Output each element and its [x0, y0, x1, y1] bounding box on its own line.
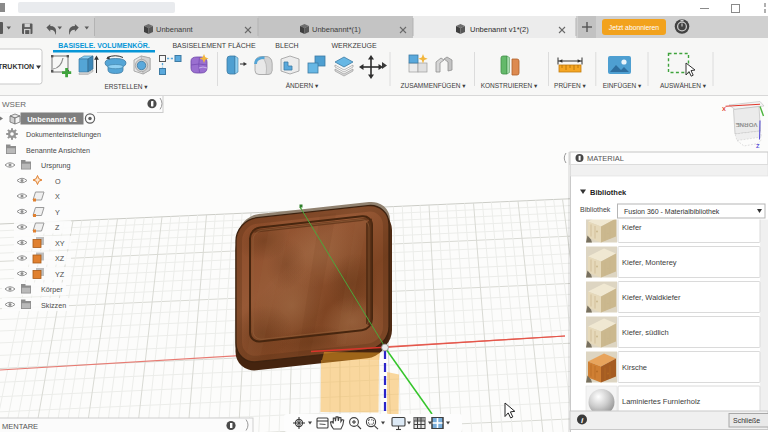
- svg-text:BASISELEMENT FLÄCHE: BASISELEMENT FLÄCHE: [172, 42, 255, 49]
- svg-text:ÄNDERN ▾: ÄNDERN ▾: [286, 82, 319, 89]
- svg-text:MENTARE: MENTARE: [2, 422, 38, 431]
- svg-text:EINFÜGEN ▾: EINFÜGEN ▾: [603, 82, 642, 89]
- svg-text:Unbenannt v1*(2): Unbenannt v1*(2): [470, 25, 529, 34]
- svg-text:PRÜFEN ▾: PRÜFEN ▾: [554, 82, 587, 89]
- svg-text:Unbenannt*(1): Unbenannt*(1): [312, 25, 361, 34]
- svg-text:WERKZEUGE: WERKZEUGE: [331, 42, 376, 49]
- svg-text:Unbenannt: Unbenannt: [156, 25, 194, 34]
- svg-text:BASISELE. VOLUMENKÖR.: BASISELE. VOLUMENKÖR.: [58, 41, 149, 49]
- svg-text:ZUSAMMENFÜGEN ▾: ZUSAMMENFÜGEN ▾: [400, 82, 466, 89]
- svg-text:BLECH: BLECH: [275, 42, 298, 49]
- svg-text:Jetzt abonnieren: Jetzt abonnieren: [609, 24, 659, 31]
- svg-text:KONSTRUIEREN ▾: KONSTRUIEREN ▾: [481, 82, 538, 89]
- svg-text:TRUKTION: TRUKTION: [0, 63, 34, 70]
- svg-text:ERSTELLEN ▾: ERSTELLEN ▾: [105, 83, 149, 90]
- svg-text:AUSWÄHLEN ▾: AUSWÄHLEN ▾: [660, 82, 707, 89]
